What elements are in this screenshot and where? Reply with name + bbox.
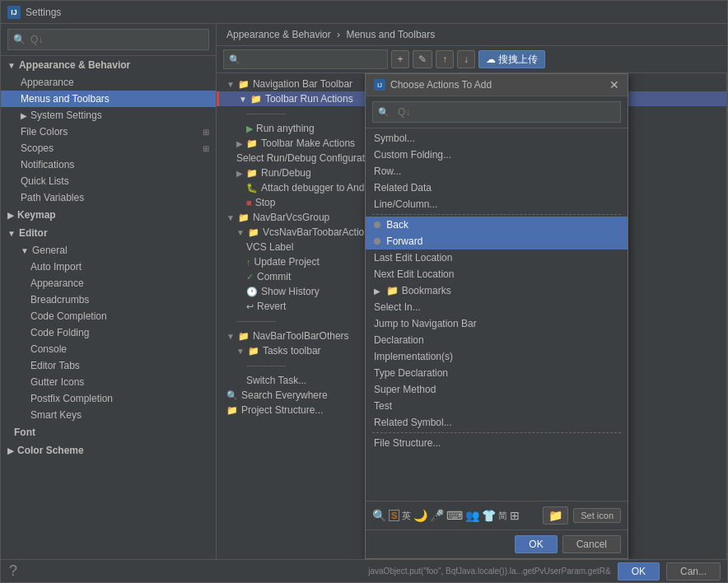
footer-icon-chinese[interactable]: 简 [498, 510, 507, 522]
sidebar-section-appearance-behavior: ▼ Appearance & Behavior Appearance Menus… [1, 56, 216, 206]
footer-icon-mic[interactable]: 🎤 [430, 509, 444, 522]
run-icon: ▶ [246, 124, 253, 134]
footer-icon-keyboard[interactable]: ⌨ [446, 509, 463, 522]
dialog-ok-button[interactable]: OK [515, 535, 557, 553]
dialog-item-custom-folding[interactable]: Custom Folding... [366, 147, 628, 163]
set-icon-button[interactable]: Set icon [573, 508, 621, 523]
dialog-item-next-edit[interactable]: Next Edit Location [366, 266, 628, 282]
window-title: Settings [26, 7, 61, 18]
move-to-folder-button[interactable]: 📁 [543, 506, 568, 525]
sidebar-item-appearance[interactable]: Appearance [1, 74, 216, 91]
add-action-button[interactable]: + [391, 50, 409, 68]
sidebar-item-editor-appearance[interactable]: Appearance [1, 275, 216, 292]
dialog-item-test[interactable]: Test [366, 398, 628, 414]
help-button[interactable]: ? [7, 562, 19, 580]
dialog-item-related-data[interactable]: Related Data [366, 180, 628, 196]
footer-icon-grid[interactable]: ⊞ [510, 509, 520, 522]
dialog-close-button[interactable]: ✕ [609, 79, 619, 91]
sidebar-group-appearance-behavior[interactable]: ▼ Appearance & Behavior [1, 56, 216, 74]
move-down-button[interactable]: ↓ [457, 50, 475, 68]
dialog-item-last-edit[interactable]: Last Edit Location [366, 250, 628, 266]
dialog-item-symbol[interactable]: Symbol... [366, 130, 628, 147]
footer-icon-shirt[interactable]: 👕 [482, 509, 496, 522]
dialog-item-declaration[interactable]: Declaration [366, 332, 628, 348]
dialog-search-wrapper[interactable]: 🔍 [366, 96, 628, 128]
sidebar-item-console[interactable]: Console [1, 341, 216, 357]
dialog-item-file-structure[interactable]: File Structure... [366, 435, 628, 451]
footer-icon-lang[interactable]: 英 [402, 510, 411, 522]
edit-action-button[interactable]: ✎ [413, 50, 432, 68]
right-panel: Appearance & Behavior › Menus and Toolba… [217, 24, 727, 559]
toolbar-search-input[interactable] [244, 52, 382, 67]
sidebar-item-gutter-icons[interactable]: Gutter Icons [1, 374, 216, 390]
sidebar-item-file-colors[interactable]: File Colors ⊞ [1, 124, 216, 140]
dialog-item-select-in[interactable]: Select In... [366, 299, 628, 315]
breadcrumb-part2: Menus and Toolbars [346, 29, 435, 40]
group-label-font: Font [14, 427, 35, 438]
bottom-ok-button[interactable]: OK [618, 562, 660, 581]
upload-button[interactable]: ☁ 搜拽上传 [478, 50, 545, 68]
toolbar-search-wrapper[interactable]: 🔍 [223, 49, 388, 69]
sidebar-item-postfix-completion[interactable]: Postfix Completion [1, 390, 216, 407]
dialog-cancel-button[interactable]: Cancel [562, 535, 621, 553]
dialog-item-super-method[interactable]: Super Method [366, 381, 628, 398]
sidebar-item-quick-lists[interactable]: Quick Lists [1, 173, 216, 189]
tree-sep-label: ------------ [246, 108, 286, 119]
group-arrow-appearance: ▼ [7, 61, 16, 70]
sidebar-item-general[interactable]: ▼General [1, 242, 216, 259]
dialog-search-input[interactable] [393, 104, 615, 120]
footer-icon-search[interactable]: 🔍 [372, 509, 386, 522]
forward-dot [374, 238, 380, 245]
sidebar-item-code-completion[interactable]: Code Completion [1, 308, 216, 324]
folder-icon: 📁 [246, 168, 258, 179]
sidebar-item-auto-import[interactable]: Auto Import [1, 259, 216, 275]
sidebar-item-editor-tabs[interactable]: Editor Tabs [1, 357, 216, 374]
title-bar: IJ Settings [1, 1, 727, 24]
dialog-item-type-declaration[interactable]: Type Declaration [366, 365, 628, 381]
sidebar-item-breadcrumbs[interactable]: Breadcrumbs [1, 292, 216, 308]
dialog-separator1 [372, 214, 621, 215]
sidebar-section-editor: ▼ Editor ▼General Auto Import Appearance… [1, 224, 216, 423]
bottom-right: javaObject.put("foo", BqfJava.locale()).… [368, 562, 721, 581]
bookmarks-folder-icon: 📁 [386, 285, 399, 296]
sidebar-group-keymap[interactable]: ▶ Keymap [1, 206, 216, 224]
sidebar-item-notifications[interactable]: Notifications [1, 156, 216, 173]
dialog-item-implementation[interactable]: Implementation(s) [366, 348, 628, 365]
sidebar-group-editor[interactable]: ▼ Editor [1, 224, 216, 242]
sidebar-section-color-scheme: ▶ Color Scheme [1, 441, 216, 459]
tree-label: Toolbar Make Actions [261, 138, 355, 149]
sidebar-group-color-scheme[interactable]: ▶ Color Scheme [1, 441, 216, 459]
bottom-cancel-button[interactable]: Can... [666, 562, 721, 581]
folder-icon: 📁 [246, 138, 258, 149]
project-icon: 📁 [226, 405, 238, 416]
bottom-left: ? [7, 562, 19, 580]
sidebar-item-smart-keys[interactable]: Smart Keys [1, 407, 216, 423]
dialog-item-bookmarks[interactable]: ▶ 📁 Bookmarks [366, 282, 628, 299]
dialog-item-line-column[interactable]: Line/Column... [366, 196, 628, 212]
sidebar-item-menus-toolbars[interactable]: Menus and Toolbars [1, 91, 216, 107]
dialog-item-row[interactable]: Row... [366, 163, 628, 180]
footer-icon-moon[interactable]: 🌙 [413, 509, 427, 522]
dialog-search-icon: 🔍 [378, 107, 390, 118]
tree-label: Stop [255, 197, 276, 208]
tree-label: Run anything [256, 123, 315, 134]
group-arrow-color-scheme: ▶ [7, 446, 14, 455]
footer-icon-en[interactable]: S [389, 510, 399, 521]
dialog-item-back[interactable]: Back [366, 217, 628, 233]
dialog-item-jump-nav[interactable]: Jump to Navigation Bar [366, 315, 628, 332]
sidebar-search-wrapper[interactable]: 🔍 [1, 24, 216, 56]
sidebar-group-font[interactable]: Font [1, 423, 216, 441]
sidebar-item-system-settings[interactable]: ▶System Settings [1, 107, 216, 124]
sidebar-section-keymap: ▶ Keymap [1, 206, 216, 224]
dialog-item-forward[interactable]: Forward [366, 233, 628, 250]
move-up-button[interactable]: ↑ [436, 50, 454, 68]
sidebar-item-path-variables[interactable]: Path Variables [1, 189, 216, 206]
footer-icon-people[interactable]: 👥 [465, 509, 479, 522]
sidebar-search-input[interactable] [26, 31, 203, 48]
tree-label: Run/Debug [261, 167, 311, 179]
sidebar-item-code-folding[interactable]: Code Folding [1, 324, 216, 341]
sidebar-item-scopes[interactable]: Scopes ⊞ [1, 140, 216, 156]
tree-label: Tasks toolbar [263, 345, 321, 357]
dialog-item-related-symbol[interactable]: Related Symbol... [366, 414, 628, 431]
search-icon: 🔍 [226, 390, 238, 401]
